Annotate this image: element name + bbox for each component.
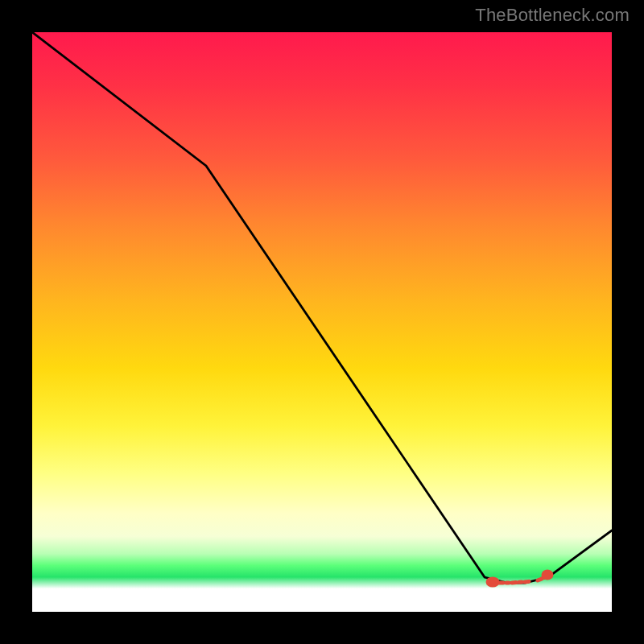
overlay-svg bbox=[32, 32, 612, 612]
optimal-markers bbox=[488, 572, 551, 585]
watermark-label: TheBottleneck.com bbox=[475, 5, 630, 26]
svg-point-0 bbox=[488, 579, 497, 585]
plot-area bbox=[32, 32, 612, 612]
chart-frame: TheBottleneck.com bbox=[0, 0, 644, 644]
svg-line-2 bbox=[512, 582, 522, 583]
bottleneck-curve bbox=[32, 32, 612, 583]
svg-point-4 bbox=[543, 572, 551, 578]
svg-line-3 bbox=[525, 581, 531, 582]
